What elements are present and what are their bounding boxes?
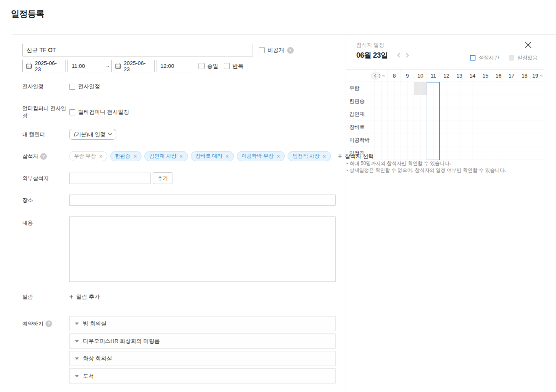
- reservation-item[interactable]: 빔 회의실: [69, 316, 336, 331]
- grid-cell[interactable]: [453, 134, 466, 147]
- grid-cell[interactable]: [479, 147, 492, 160]
- attendees-help-icon[interactable]: ?: [40, 153, 47, 160]
- grid-cell[interactable]: [492, 82, 505, 95]
- grid-cell[interactable]: [466, 108, 479, 121]
- grid-cell[interactable]: [401, 134, 414, 147]
- grid-cell[interactable]: [466, 147, 479, 160]
- grid-cell[interactable]: [440, 82, 453, 95]
- grid-cell[interactable]: [479, 95, 492, 108]
- grid-cell[interactable]: [375, 82, 388, 95]
- grid-cell[interactable]: [453, 147, 466, 160]
- grid-cell[interactable]: [401, 82, 414, 95]
- grid-cell[interactable]: [440, 134, 453, 147]
- grid-cell[interactable]: [466, 95, 479, 108]
- private-help-icon[interactable]: ?: [287, 47, 294, 54]
- grid-cell[interactable]: [492, 121, 505, 134]
- attendee-chip[interactable]: 임정직 차장×: [288, 151, 331, 161]
- grid-cell[interactable]: [414, 108, 427, 121]
- grid-cell[interactable]: [401, 147, 414, 160]
- grid-cell[interactable]: [375, 147, 388, 160]
- grid-cell[interactable]: [492, 95, 505, 108]
- grid-cell[interactable]: [388, 121, 401, 134]
- grid-cell[interactable]: [414, 134, 427, 147]
- grid-cell[interactable]: [440, 108, 453, 121]
- grid-cell[interactable]: [518, 82, 531, 95]
- location-input[interactable]: [69, 195, 336, 206]
- end-date-input[interactable]: 2025-06-23: [111, 60, 155, 72]
- grid-cell[interactable]: [479, 108, 492, 121]
- grid-cell[interactable]: [466, 134, 479, 147]
- grid-cell[interactable]: [453, 82, 466, 95]
- my-calendar-select[interactable]: (기본)내 일정: [69, 129, 116, 140]
- grid-cell[interactable]: [492, 108, 505, 121]
- attendee-chip[interactable]: 김인재 차장×: [144, 151, 188, 161]
- close-icon[interactable]: [523, 40, 533, 50]
- grid-cell[interactable]: [375, 121, 388, 134]
- grid-cell[interactable]: [414, 121, 427, 134]
- chip-remove-icon[interactable]: ×: [99, 154, 102, 159]
- grid-cell[interactable]: [479, 82, 492, 95]
- grid-cell[interactable]: [531, 121, 544, 134]
- grid-cell[interactable]: [518, 108, 531, 121]
- add-alarm-button[interactable]: + 알람 추가: [69, 293, 100, 301]
- grid-cell[interactable]: [388, 95, 401, 108]
- grid-cell[interactable]: [388, 134, 401, 147]
- grid-cell[interactable]: [505, 108, 518, 121]
- grid-cell[interactable]: [505, 95, 518, 108]
- external-attendee-input[interactable]: [69, 173, 150, 184]
- grid-cell[interactable]: [375, 108, 388, 121]
- start-time-input[interactable]: [68, 60, 104, 72]
- grid-cell[interactable]: [531, 134, 544, 147]
- grid-cell[interactable]: [375, 95, 388, 108]
- grid-cell[interactable]: [388, 108, 401, 121]
- grid-cell[interactable]: [414, 147, 427, 160]
- add-external-attendee-button[interactable]: 추가: [153, 172, 172, 184]
- reservation-item[interactable]: 다우오피스HR 화상회의 미팅룸: [69, 334, 336, 349]
- grid-cell[interactable]: [440, 95, 453, 108]
- chip-remove-icon[interactable]: ×: [133, 154, 137, 159]
- grid-cell[interactable]: [401, 95, 414, 108]
- grid-cell[interactable]: [518, 134, 531, 147]
- grid-cell[interactable]: [453, 95, 466, 108]
- chip-remove-icon[interactable]: ×: [277, 154, 280, 159]
- repeat-checkbox[interactable]: [224, 63, 230, 69]
- grid-cell[interactable]: [440, 147, 453, 160]
- reservation-item[interactable]: 도서: [69, 368, 336, 383]
- grid-cell[interactable]: [453, 121, 466, 134]
- grid-cell[interactable]: [518, 95, 531, 108]
- multicompany-checkbox[interactable]: [69, 109, 75, 115]
- grid-cell[interactable]: [453, 108, 466, 121]
- grid-cell[interactable]: [505, 82, 518, 95]
- attendee-chip[interactable]: 우람 부장×: [69, 151, 107, 161]
- reservation-help-icon[interactable]: ?: [46, 321, 52, 327]
- content-textarea[interactable]: [69, 217, 336, 282]
- grid-cell[interactable]: [518, 147, 531, 160]
- private-checkbox[interactable]: [259, 47, 265, 53]
- busy-cell[interactable]: [414, 82, 427, 95]
- grid-cell[interactable]: [388, 147, 401, 160]
- grid-cell[interactable]: [531, 108, 544, 121]
- grid-cell[interactable]: [401, 108, 414, 121]
- chip-remove-icon[interactable]: ×: [323, 154, 326, 159]
- grid-cell[interactable]: [492, 134, 505, 147]
- grid-cell[interactable]: [531, 82, 544, 95]
- chip-remove-icon[interactable]: ×: [226, 154, 229, 159]
- grid-cell[interactable]: [375, 134, 388, 147]
- scroll-left-button[interactable]: [371, 71, 379, 80]
- end-time-input[interactable]: [157, 60, 193, 72]
- grid-cell[interactable]: [414, 95, 427, 108]
- grid-cell[interactable]: [479, 121, 492, 134]
- attendee-chip[interactable]: 한판승×: [110, 151, 142, 161]
- grid-cell[interactable]: [505, 147, 518, 160]
- grid-cell[interactable]: [479, 134, 492, 147]
- grid-cell[interactable]: [505, 134, 518, 147]
- chip-remove-icon[interactable]: ×: [179, 154, 183, 159]
- attendee-chip[interactable]: 장바로 대리×: [191, 151, 234, 161]
- grid-cell[interactable]: [401, 121, 414, 134]
- grid-cell[interactable]: [492, 147, 505, 160]
- grid-cell[interactable]: [440, 121, 453, 134]
- grid-cell[interactable]: [466, 121, 479, 134]
- schedule-title-input[interactable]: [22, 44, 253, 56]
- reservation-item[interactable]: 화상 회의실: [69, 351, 336, 366]
- grid-cell[interactable]: [531, 95, 544, 108]
